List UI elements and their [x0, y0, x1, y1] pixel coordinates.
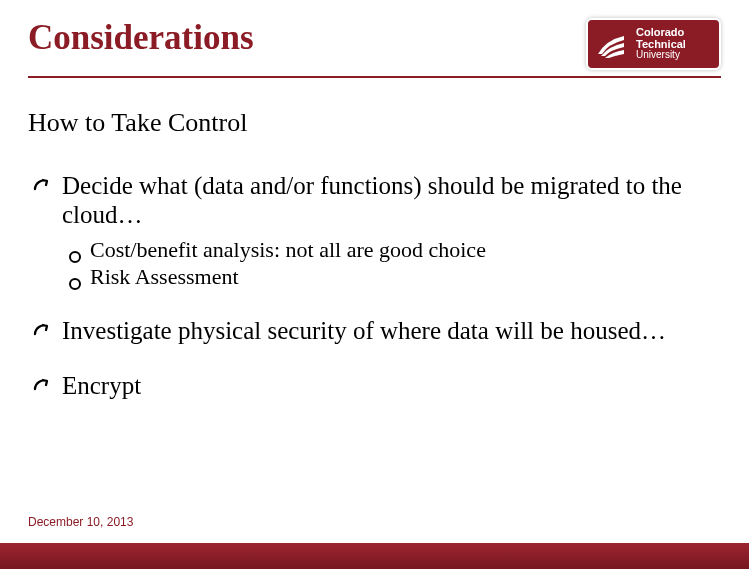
- footer-date: December 10, 2013: [28, 515, 133, 529]
- subtitle: How to Take Control: [28, 108, 721, 138]
- sub-bullet-text: Cost/benefit analysis: not all are good …: [90, 236, 486, 264]
- page-title: Considerations: [28, 18, 254, 58]
- bullet-level2: Cost/benefit analysis: not all are good …: [68, 236, 721, 264]
- svg-point-0: [70, 252, 80, 262]
- slide: Considerations Colorado Technical Univer…: [0, 0, 749, 569]
- bullet-text: Encrypt: [62, 372, 721, 401]
- circle-icon: [68, 243, 82, 257]
- circle-icon: [68, 270, 82, 284]
- arrow-icon: [32, 377, 56, 401]
- bullet-level1: Investigate physical security of where d…: [32, 317, 721, 346]
- logo-line3: University: [636, 50, 686, 61]
- bullet-level1: Decide what (data and/or functions) shou…: [32, 172, 721, 291]
- bullet-line: Decide what (data and/or functions) shou…: [32, 172, 721, 230]
- bullet-level1: Encrypt: [32, 372, 721, 401]
- arrow-icon: [32, 177, 56, 201]
- sub-bullets: Cost/benefit analysis: not all are good …: [32, 236, 721, 291]
- logo-text: Colorado Technical University: [636, 27, 686, 61]
- bullet-line: Encrypt: [32, 372, 721, 401]
- arrow-icon: [32, 322, 56, 346]
- svg-point-1: [70, 279, 80, 289]
- bottom-bar: [0, 543, 749, 569]
- bullet-line: Investigate physical security of where d…: [32, 317, 721, 346]
- content-body: Decide what (data and/or functions) shou…: [28, 172, 721, 401]
- title-row: Considerations Colorado Technical Univer…: [28, 18, 721, 70]
- bullet-level2: Risk Assessment: [68, 263, 721, 291]
- bullet-text: Investigate physical security of where d…: [62, 317, 721, 346]
- bullet-text: Decide what (data and/or functions) shou…: [62, 172, 721, 230]
- university-logo: Colorado Technical University: [586, 18, 721, 70]
- logo-mark-icon: [594, 26, 630, 62]
- title-divider: [28, 76, 721, 78]
- sub-bullet-text: Risk Assessment: [90, 263, 239, 291]
